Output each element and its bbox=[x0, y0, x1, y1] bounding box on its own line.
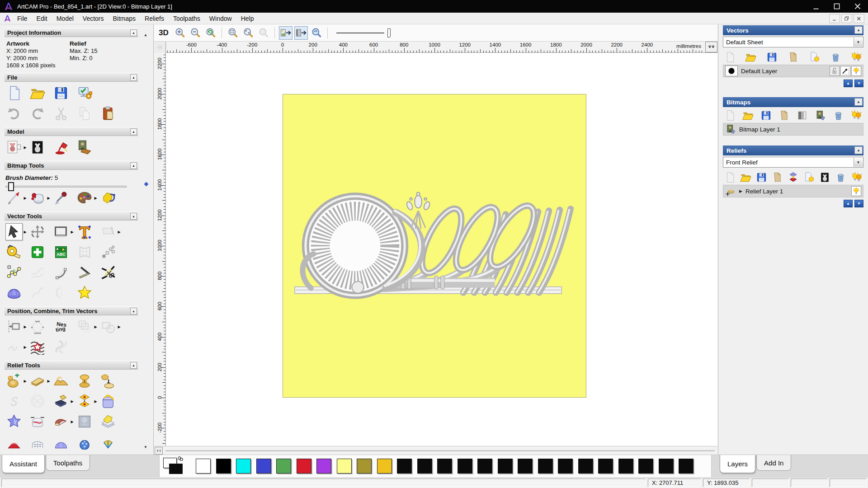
move-layer-down-button[interactable]: ▼ bbox=[854, 200, 863, 207]
paint-brush-icon[interactable] bbox=[5, 189, 23, 206]
bulb-on-button[interactable] bbox=[851, 186, 861, 196]
mag-plus-button[interactable] bbox=[173, 26, 187, 40]
rp-mona-icon[interactable] bbox=[815, 109, 826, 121]
flyout-arrow-icon[interactable]: ▶ bbox=[23, 145, 28, 150]
interlock-vectors-icon[interactable] bbox=[52, 338, 70, 356]
bitmap-layer-name[interactable]: Bitmap Layer 1 bbox=[739, 126, 780, 133]
colour-swatch-13[interactable] bbox=[458, 459, 472, 474]
colour-swatch-14[interactable] bbox=[477, 459, 492, 474]
scale-relief-icon[interactable] bbox=[76, 372, 93, 389]
colour-swatch-9[interactable] bbox=[377, 459, 392, 474]
offset-relief-icon[interactable] bbox=[76, 393, 93, 410]
mirror-arc-icon[interactable] bbox=[52, 284, 70, 301]
colour-swatch-12[interactable] bbox=[437, 459, 452, 474]
colour-swatch-19[interactable] bbox=[578, 459, 593, 474]
slider-handle[interactable] bbox=[8, 182, 14, 191]
flyout-arrow-icon[interactable]: ▶ bbox=[93, 325, 98, 329]
rp-merge-icon[interactable] bbox=[778, 109, 790, 121]
relief-from-image-icon[interactable] bbox=[52, 393, 70, 410]
flyout-arrow-icon[interactable]: ▶ bbox=[70, 420, 75, 424]
colour-swatch-11[interactable] bbox=[417, 459, 432, 474]
snap-grid-icon[interactable] bbox=[29, 244, 46, 261]
menu-item-toolpaths[interactable]: Toolpaths bbox=[169, 14, 205, 23]
minimize-button[interactable] bbox=[806, 0, 826, 13]
colour-swatch-1[interactable] bbox=[216, 459, 231, 474]
collapse-button[interactable]: ▲ bbox=[130, 74, 137, 81]
flyout-arrow-icon[interactable]: ▶ bbox=[46, 379, 51, 383]
emboss-relief-icon[interactable] bbox=[76, 413, 93, 430]
expander-icon[interactable]: ▶ bbox=[739, 189, 742, 193]
free-sketch-icon[interactable] bbox=[29, 264, 46, 281]
colour-swatch-22[interactable] bbox=[638, 459, 653, 474]
colour-swatch-8[interactable] bbox=[357, 459, 372, 474]
mdi-minimize-button[interactable] bbox=[829, 14, 840, 23]
colour-swatch-16[interactable] bbox=[518, 459, 533, 474]
scrollbar-track[interactable] bbox=[165, 450, 715, 451]
undo-icon[interactable] bbox=[5, 105, 23, 122]
snap-black-button[interactable] bbox=[840, 66, 850, 76]
model-setup-icon[interactable] bbox=[76, 84, 93, 102]
link-colours-icon[interactable] bbox=[99, 189, 117, 206]
mag-box-button[interactable] bbox=[226, 26, 240, 40]
assistant-tab-assistant[interactable]: Assistant bbox=[2, 455, 45, 473]
colour-swatch-18[interactable] bbox=[558, 459, 573, 474]
scroll-pan-button[interactable] bbox=[155, 447, 163, 455]
red-cap-icon[interactable] bbox=[5, 433, 23, 450]
rp-trash-icon[interactable] bbox=[830, 51, 841, 63]
wedge-relief-icon[interactable] bbox=[52, 413, 70, 430]
basket-weave-icon[interactable] bbox=[29, 433, 46, 450]
mdi-restore-button[interactable] bbox=[841, 14, 852, 23]
relief-layers-icon[interactable] bbox=[99, 413, 117, 430]
rp-open-icon[interactable] bbox=[740, 171, 751, 183]
flyout-arrow-icon[interactable]: ▶ bbox=[23, 196, 28, 200]
vector-layer-name[interactable]: Default Layer bbox=[741, 68, 777, 75]
close-button[interactable] bbox=[847, 0, 868, 13]
link-colours-icon[interactable] bbox=[177, 455, 184, 463]
paste-icon[interactable] bbox=[99, 105, 117, 122]
distort-mesh-icon[interactable] bbox=[76, 244, 93, 261]
panel-tab-layers[interactable]: Layers bbox=[720, 455, 755, 473]
canvas-viewport[interactable] bbox=[166, 53, 717, 446]
menu-item-reliefs[interactable]: Reliefs bbox=[140, 14, 169, 23]
rp-bear-icon[interactable] bbox=[819, 171, 831, 183]
smooth-relief-icon[interactable] bbox=[52, 372, 70, 389]
colour-swatch-23[interactable] bbox=[659, 459, 674, 474]
cut-icon[interactable] bbox=[52, 105, 70, 122]
collapse-button[interactable]: ▲ bbox=[130, 308, 137, 314]
new-model-icon[interactable] bbox=[5, 84, 23, 102]
collapse-button[interactable]: ▲ bbox=[854, 26, 863, 34]
collapse-button[interactable]: ▲ bbox=[130, 362, 137, 369]
create-plane-icon[interactable] bbox=[29, 372, 46, 389]
layer-colour-chip[interactable] bbox=[725, 66, 738, 76]
rp-new-icon[interactable] bbox=[724, 171, 736, 183]
mag-minus-button[interactable] bbox=[189, 26, 202, 40]
horizontal-scrollbar[interactable] bbox=[154, 446, 717, 455]
menu-item-edit[interactable]: Edit bbox=[32, 14, 52, 23]
relief-layer-name[interactable]: Relief Layer 1 bbox=[745, 188, 783, 195]
dome-relief-icon[interactable] bbox=[52, 433, 70, 450]
colour-swatch-24[interactable] bbox=[679, 459, 693, 474]
colour-swatch-0[interactable] bbox=[196, 459, 211, 474]
collapse-button[interactable]: ▲ bbox=[854, 98, 863, 106]
paste-along-curve-icon[interactable] bbox=[99, 244, 117, 261]
ruler-options-button[interactable] bbox=[705, 42, 717, 52]
fan-relief-icon[interactable] bbox=[99, 433, 117, 450]
flyout-arrow-icon[interactable]: ▶ bbox=[117, 325, 122, 329]
trim-vectors-icon[interactable] bbox=[99, 264, 117, 281]
create-polyline-icon[interactable] bbox=[76, 264, 93, 281]
primary-secondary-colours[interactable] bbox=[163, 457, 189, 476]
collapse-button[interactable]: ▲ bbox=[854, 146, 863, 154]
move-layer-up-button[interactable]: ▲ bbox=[844, 80, 853, 87]
colour-swatch-21[interactable] bbox=[618, 459, 633, 474]
sheet-select[interactable]: Default Sheet ▼ bbox=[723, 37, 863, 47]
align-vectors-icon[interactable] bbox=[5, 318, 23, 335]
scroll-down-button[interactable]: ▼ bbox=[142, 444, 149, 451]
colour-swatch-20[interactable] bbox=[598, 459, 613, 474]
select-vectors-icon[interactable] bbox=[5, 223, 23, 240]
star-relief-icon[interactable] bbox=[5, 413, 23, 430]
colour-swatch-3[interactable] bbox=[256, 459, 271, 474]
colour-swatch-17[interactable] bbox=[538, 459, 553, 474]
menu-item-window[interactable]: Window bbox=[205, 14, 236, 23]
rp-merge-icon[interactable] bbox=[787, 51, 799, 63]
collapse-button[interactable]: ▲ bbox=[130, 162, 137, 169]
